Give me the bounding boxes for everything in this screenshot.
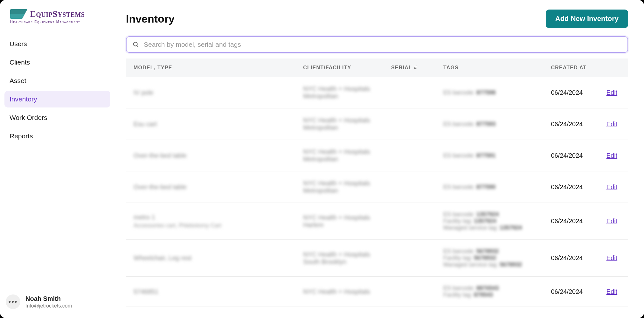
current-user[interactable]: ••• Noah Smith Info@jetrockets.com [4, 293, 110, 311]
avatar: ••• [6, 294, 20, 309]
table-row[interactable]: Over-the-bed tableNYC Health + Hospitals… [126, 171, 628, 203]
brand-logo: EquipSystems Healthcare Equipment Manage… [10, 9, 108, 24]
col-created[interactable]: CREATED AT [543, 59, 599, 77]
cell-model: Esu cart [134, 121, 157, 128]
edit-link[interactable]: Edit [606, 218, 617, 225]
table-row[interactable]: metro 1Accessories cart, Phlebotomy Cart… [126, 203, 628, 240]
page-header: Inventory Add New Inventory [126, 10, 628, 28]
sidebar-item-reports[interactable]: Reports [4, 128, 110, 144]
cell-client: NYC Health + Hospitals Metropolitan [303, 117, 370, 131]
user-name: Noah Smith [25, 295, 72, 302]
sidebar-nav: Users Clients Asset Inventory Work Order… [4, 36, 110, 144]
sidebar-item-clients[interactable]: Clients [4, 54, 110, 71]
app-frame: { "brand": { "name": "EquipSystems", "ta… [0, 0, 644, 318]
sidebar-item-work-orders[interactable]: Work Orders [4, 109, 110, 126]
search-input[interactable] [144, 41, 622, 48]
logo-mark-icon [10, 9, 27, 19]
cell-model: IV pole [134, 89, 153, 96]
cell-client: NYC Health + Hospitals Metropolitan [303, 85, 370, 100]
cell-created-at: 06/24/2024 [543, 277, 599, 307]
edit-link[interactable]: Edit [606, 89, 617, 96]
table-row[interactable]: 5746851NYC Health + HospitalsES barcode:… [126, 277, 628, 307]
cell-model-sub: Accessories cart, Phlebotomy Cart [134, 222, 288, 229]
cell-tag: Facility tag: 5678932 [443, 255, 536, 261]
page-title: Inventory [126, 13, 175, 25]
table-row[interactable]: Esu cartNYC Health + Hospitals Metropoli… [126, 108, 628, 140]
inventory-table: MODEL, TYPE CLIENT/FACILITY SERIAL # TAG… [126, 59, 628, 307]
sidebar-item-inventory[interactable]: Inventory [4, 91, 110, 107]
svg-line-1 [137, 45, 138, 47]
cell-tag: Managed service tag: 1357924 [443, 225, 536, 231]
cell-tag: ES barcode: 8876543 [443, 285, 536, 292]
cell-client: NYC Health + Hospitals [303, 288, 370, 295]
table-row[interactable]: Over-the-bed tableNYC Health + Hospitals… [126, 140, 628, 171]
cell-model: Over-the-bed table [134, 183, 187, 190]
table-row[interactable]: IV poleNYC Health + Hospitals Metropolit… [126, 77, 628, 108]
cell-model: Wheelchair, Leg rest [134, 254, 191, 261]
search-icon [132, 41, 139, 48]
cell-tag: ES barcode: 1357924 [443, 211, 536, 218]
cell-created-at: 06/24/2024 [543, 140, 599, 171]
col-tags[interactable]: TAGS [436, 59, 543, 77]
edit-link[interactable]: Edit [606, 152, 617, 159]
cell-created-at: 06/24/2024 [543, 77, 599, 108]
table-row[interactable]: Wheelchair, Leg restNYC Health + Hospita… [126, 240, 628, 277]
brand-tagline: Healthcare Equipment Management [10, 20, 108, 24]
cell-created-at: 06/24/2024 [543, 240, 599, 277]
cell-model: 5746851 [134, 288, 158, 295]
search-field[interactable] [126, 36, 628, 53]
edit-link[interactable]: Edit [606, 183, 617, 190]
cell-tag: ES barcode: 877593 [443, 121, 536, 128]
cell-created-at: 06/24/2024 [543, 108, 599, 140]
sidebar: EquipSystems Healthcare Equipment Manage… [0, 0, 115, 318]
cell-created-at: 06/24/2024 [543, 171, 599, 203]
user-email: Info@jetrockets.com [25, 303, 72, 309]
brand-name: EquipSystems [30, 9, 85, 19]
table-header: MODEL, TYPE CLIENT/FACILITY SERIAL # TAG… [126, 59, 628, 77]
sidebar-item-users[interactable]: Users [4, 36, 110, 52]
cell-model: Over-the-bed table [134, 152, 187, 159]
cell-client: NYC Health + Hospitals Metropolitan [303, 180, 370, 194]
col-client[interactable]: CLIENT/FACILITY [295, 59, 384, 77]
cell-tag: ES barcode: 877598 [443, 89, 536, 96]
col-model[interactable]: MODEL, TYPE [126, 59, 295, 77]
edit-link[interactable]: Edit [606, 288, 617, 295]
cell-tag: Facility tag: 1357924 [443, 218, 536, 225]
cell-created-at: 06/24/2024 [543, 203, 599, 240]
sidebar-item-asset[interactable]: Asset [4, 73, 110, 89]
cell-client: NYC Health + Hospitals South Brooklyn [303, 251, 370, 265]
cell-client: NYC Health + Hospitals Harlem [303, 214, 370, 228]
edit-link[interactable]: Edit [606, 254, 617, 261]
edit-link[interactable]: Edit [606, 121, 617, 128]
svg-point-0 [134, 42, 137, 46]
col-serial[interactable]: SERIAL # [384, 59, 436, 77]
col-actions [599, 59, 628, 77]
cell-tag: Managed service tag: 5678932 [443, 261, 536, 268]
cell-tag: Facility tag: 879543 [443, 292, 536, 298]
cell-tag: ES barcode: 877590 [443, 184, 536, 190]
cell-model: metro 1 [134, 214, 155, 221]
main-content: Inventory Add New Inventory MODEL, TYPE … [115, 0, 644, 318]
cell-tag: ES barcode: 877591 [443, 152, 536, 159]
add-new-inventory-button[interactable]: Add New Inventory [546, 10, 628, 28]
cell-tag: ES barcode: 5678932 [443, 248, 536, 255]
cell-client: NYC Health + Hospitals Metropolitan [303, 148, 370, 162]
